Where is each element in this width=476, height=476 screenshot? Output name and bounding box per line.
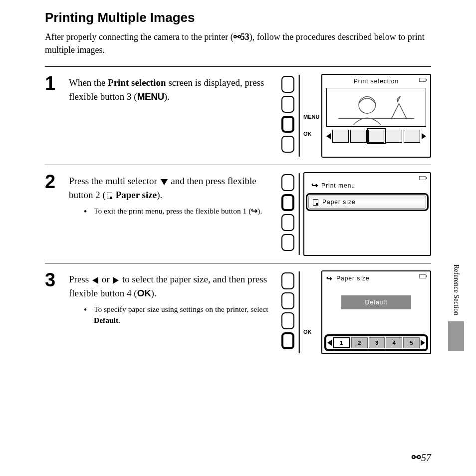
thumbnail[interactable]	[332, 130, 349, 143]
flexible-button-3[interactable]	[281, 312, 294, 329]
thumbnail-selected[interactable]	[368, 130, 385, 143]
page-cell[interactable]: 1	[333, 337, 350, 348]
main-thumbnail	[326, 88, 426, 127]
back-arrow-icon: ↪	[326, 274, 332, 282]
battery-icon	[419, 274, 426, 278]
thumbnail[interactable]	[404, 130, 420, 143]
next-icon[interactable]	[422, 133, 426, 139]
prev-icon[interactable]	[327, 340, 332, 346]
right-arrow-icon	[113, 277, 119, 284]
next-icon[interactable]	[421, 340, 425, 346]
illustration-icon	[327, 88, 426, 126]
flexible-button-2[interactable]	[281, 292, 294, 309]
screen-title: Print selection	[326, 78, 426, 85]
ok-label: OK	[303, 329, 318, 335]
step-3-diagram: OK ↪ Paper size Default 1 2 3 4	[281, 270, 431, 354]
flexible-button-2[interactable]	[281, 194, 294, 211]
step-2-bullet: To exit the print menu, press the flexib…	[84, 206, 271, 217]
prev-icon[interactable]	[326, 133, 331, 139]
flexible-button-4[interactable]	[281, 234, 294, 251]
step-1-text: When the Print selection screen is displ…	[69, 76, 271, 103]
menu-glyph: MENU	[137, 91, 164, 102]
page-footer: ⚯57	[412, 451, 431, 464]
battery-icon	[419, 176, 426, 180]
step-3-bullet: To specify paper size using settings on …	[84, 304, 271, 325]
step-2-diagram: ↪Print menu Paper size	[281, 172, 431, 256]
xref-link[interactable]: ⚯53	[234, 30, 249, 43]
step-1: 1 When the Print selection screen is dis…	[45, 67, 431, 165]
step-3-text: Press or to select the paper size, and t…	[69, 272, 271, 300]
flexible-button-4[interactable]	[281, 332, 294, 349]
page-cell[interactable]: 3	[369, 337, 385, 348]
flexible-button-1[interactable]	[281, 272, 294, 289]
intro-paragraph: After properly connecting the camera to …	[45, 30, 431, 56]
back-arrow-icon: ↪	[251, 206, 257, 217]
menu-item-print-menu[interactable]: ↪Print menu	[308, 178, 426, 193]
step-1-diagram: MENU OK Print selection	[281, 74, 431, 158]
flexible-button-3[interactable]	[281, 116, 294, 133]
thumb-tab	[448, 321, 464, 351]
lcd-screen-2: ↪Print menu Paper size	[303, 172, 431, 256]
side-tab: Reference Section	[446, 264, 466, 416]
flexible-button-3[interactable]	[281, 214, 294, 231]
ok-label: OK	[303, 131, 318, 137]
flexible-button-2[interactable]	[281, 96, 294, 113]
step-3: 3 Press or to select the paper size, and…	[45, 263, 431, 361]
battery-icon	[419, 78, 426, 82]
page-heading: Printing Multiple Images	[45, 10, 431, 25]
left-arrow-icon	[92, 277, 98, 284]
svg-rect-0	[339, 89, 414, 126]
step-number: 3	[45, 270, 69, 354]
thumbnail[interactable]	[386, 130, 402, 143]
menu-label: MENU	[303, 114, 318, 120]
page-cell[interactable]: 4	[386, 337, 402, 348]
chain-icon: ⚯	[412, 451, 420, 464]
page-cell[interactable]: 2	[351, 337, 368, 348]
back-arrow-icon: ↪	[311, 181, 318, 190]
step-2: 2 Press the multi selector and then pres…	[45, 165, 431, 263]
ok-glyph: OK	[137, 288, 151, 298]
section-label: Reference Section	[452, 264, 460, 315]
paper-icon	[313, 199, 318, 206]
thumbnail[interactable]	[350, 130, 367, 143]
paper-icon	[107, 193, 112, 199]
flexible-button-1[interactable]	[281, 174, 294, 191]
lcd-screen-3: ↪ Paper size Default 1 2 3 4 5	[321, 270, 431, 354]
flexible-button-1[interactable]	[281, 76, 294, 93]
step-2-text: Press the multi selector and then press …	[69, 174, 271, 202]
down-arrow-icon	[161, 179, 168, 185]
menu-item-paper-size[interactable]: Paper size	[308, 196, 426, 209]
screen-title: Paper size	[336, 275, 370, 282]
page-cell[interactable]: 5	[403, 337, 420, 348]
page-carousel: 1 2 3 4 5	[326, 336, 426, 349]
step-number: 2	[45, 172, 69, 256]
step-number: 1	[45, 74, 69, 158]
flexible-button-4[interactable]	[281, 136, 294, 153]
lcd-screen-1: Print selection	[321, 74, 431, 158]
thumbnail-strip	[326, 130, 426, 143]
selected-option: Default	[341, 295, 411, 309]
